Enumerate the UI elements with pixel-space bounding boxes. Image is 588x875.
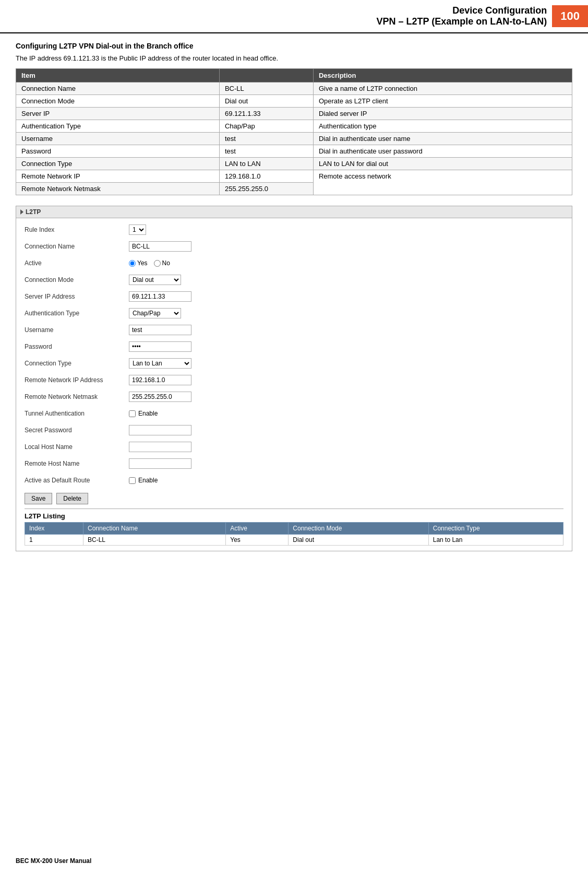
connection-name-input[interactable] [129,241,191,252]
form-row-connection-mode: Connection Mode Dial out Dial in [25,274,563,286]
header-line2: VPN – L2TP (Example on LAN-to-LAN) [10,16,547,27]
auth-type-control: Chap/Pap [129,308,181,318]
page-number: 100 [552,5,588,27]
form-row-connection-type: Connection Type Lan to Lan [25,357,563,370]
default-route-checkbox-group: Enable [129,477,158,484]
active-yes-text: Yes [137,259,148,267]
active-no-label: No [154,259,170,267]
listing-header-0: Index [25,523,83,535]
remote-ip-control [129,375,191,385]
remote-host-label: Remote Host Name [25,460,129,467]
active-no-radio[interactable] [154,260,161,267]
default-route-checkbox[interactable] [129,477,136,484]
server-ip-input[interactable] [129,291,191,302]
main-content: Configuring L2TP VPN Dial-out in the Bra… [0,42,588,577]
local-host-label: Local Host Name [25,443,129,451]
config-value-2: 69.121.1.33 [219,108,313,120]
l2tp-listing-title: L2TP Listing [25,509,563,522]
config-desc-5: Dial in authenticate user password [313,145,572,158]
form-row-username: Username [25,324,563,336]
config-item-2: Server IP [16,108,220,120]
remote-netmask-input[interactable] [129,392,191,402]
config-item-1: Connection Mode [16,95,220,108]
section-heading: Configuring L2TP VPN Dial-out in the Bra… [16,42,572,50]
page-header: Device Configuration VPN – L2TP (Example… [0,0,588,33]
listing-cell-0-1: BC-LL [83,535,226,546]
rule-index-select[interactable]: 1 [129,224,146,235]
remote-host-input[interactable] [129,458,191,469]
config-desc-3: Authentication type [313,120,572,133]
form-row-remote-host: Remote Host Name [25,457,563,470]
config-table-header-value [219,69,313,82]
tunnel-auth-enable-text: Enable [138,410,158,417]
remote-host-control [129,458,191,469]
l2tp-panel: L2TP Rule Index 1 Connection Name [16,206,572,551]
local-host-input[interactable] [129,442,191,452]
config-desc-7: Remote access network [313,170,572,195]
tunnel-auth-label: Tunnel Authentication [25,410,129,417]
username-input[interactable] [129,325,191,335]
connection-mode-label: Connection Mode [25,276,129,283]
remote-netmask-control [129,392,191,402]
config-value-8: 255.255.255.0 [219,183,313,195]
active-yes-radio[interactable] [129,260,136,267]
active-control: Yes No [129,259,170,267]
form-row-default-route: Active as Default Route Enable [25,474,563,487]
auth-type-label: Authentication Type [25,310,129,317]
secret-password-input[interactable] [129,425,191,435]
config-desc-1: Operate as L2TP client [313,95,572,108]
connection-type-select[interactable]: Lan to Lan [129,358,191,369]
config-item-8: Remote Network Netmask [16,183,220,195]
auth-type-select[interactable]: Chap/Pap [129,308,181,318]
config-table-header-description: Description [313,69,572,82]
password-input[interactable] [129,341,191,352]
form-row-rule-index: Rule Index 1 [25,223,563,236]
default-route-enable-text: Enable [138,477,158,484]
active-no-text: No [162,259,170,267]
tunnel-auth-checkbox-group: Enable [129,410,158,417]
listing-header-4: Connection Type [428,523,563,535]
connection-mode-select[interactable]: Dial out Dial in [129,275,181,285]
config-value-1: Dial out [219,95,313,108]
form-row-tunnel-auth: Tunnel Authentication Enable [25,407,563,420]
config-value-3: Chap/Pap [219,120,313,133]
secret-password-label: Secret Password [25,427,129,434]
server-ip-control [129,291,191,302]
server-ip-label: Server IP Address [25,293,129,300]
config-value-7: 129.168.1.0 [219,170,313,183]
listing-cell-0-2: Yes [226,535,289,546]
config-value-6: LAN to LAN [219,158,313,170]
config-value-4: test [219,133,313,145]
save-button[interactable]: Save [25,493,52,504]
listing-header-1: Connection Name [83,523,226,535]
tunnel-auth-checkbox[interactable] [129,410,136,417]
remote-ip-input[interactable] [129,375,191,385]
config-table-header-item: Item [16,69,220,82]
remote-netmask-label: Remote Network Netmask [25,393,129,400]
password-control [129,341,191,352]
form-row-password: Password [25,340,563,353]
rule-index-label: Rule Index [25,226,129,233]
intro-text: The IP address 69.1.121.33 is the Public… [16,54,572,62]
tunnel-auth-control: Enable [129,410,158,417]
connection-type-label: Connection Type [25,360,129,367]
config-desc-4: Dial in authenticate user name [313,133,572,145]
connection-name-control [129,241,191,252]
form-row-auth-type: Authentication Type Chap/Pap [25,307,563,320]
form-row-local-host: Local Host Name [25,441,563,453]
active-yes-label: Yes [129,259,148,267]
form-row-remote-ip: Remote Network IP Address [25,374,563,386]
form-row-active: Active Yes No [25,257,563,269]
delete-button[interactable]: Delete [56,493,88,504]
config-item-6: Connection Type [16,158,220,170]
config-item-0: Connection Name [16,82,220,95]
rule-index-control: 1 [129,224,146,235]
expand-icon[interactable] [20,209,23,215]
config-table: Item Description Connection NameBC-LLGiv… [16,68,572,195]
config-item-3: Authentication Type [16,120,220,133]
header-line1: Device Configuration [10,5,547,16]
l2tp-form: Rule Index 1 Connection Name Active [16,218,572,551]
form-row-server-ip: Server IP Address [25,290,563,303]
config-desc-0: Give a name of L2TP connection [313,82,572,95]
connection-type-control: Lan to Lan [129,358,191,369]
